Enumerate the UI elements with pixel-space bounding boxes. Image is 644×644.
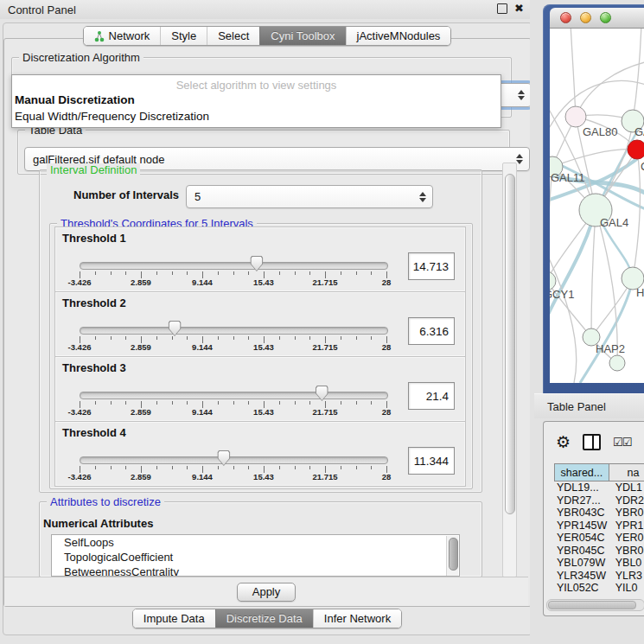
table-cell: YPR1 — [609, 520, 644, 532]
table-row[interactable]: YBR043CYBR0 — [554, 507, 644, 520]
bottom-node[interactable] — [609, 355, 625, 371]
table-row[interactable]: YDR27...YDR2 — [554, 494, 644, 507]
table-cell: YDR27... — [554, 494, 609, 507]
network-edge[interactable] — [633, 150, 641, 278]
threshold-value-field[interactable]: 11.344 — [408, 447, 455, 475]
tab-style[interactable]: Style — [160, 27, 207, 45]
screen: Control Panel ✖ NetworkStyleSelectCyni T… — [0, 0, 644, 644]
table-row[interactable]: YLR345WYLR3 — [554, 570, 644, 583]
interval-definition-title: Interval Definition — [47, 163, 140, 176]
threshold-value-field[interactable]: 14.713 — [408, 252, 455, 280]
tab-impute-data[interactable]: Impute Data — [133, 609, 215, 628]
table-cell: YIL052C — [554, 582, 609, 595]
attributes-list-scrollbar[interactable] — [446, 536, 458, 576]
network-edge[interactable] — [576, 61, 644, 117]
table-cell: YLR3 — [609, 570, 644, 583]
split-view-icon[interactable] — [583, 434, 601, 450]
table-cell: YPR145W — [554, 520, 609, 532]
tab-jactivemnodules[interactable]: jActiveMNodules — [346, 27, 451, 45]
control-panel-title: Control Panel — [0, 3, 76, 16]
network-edge[interactable] — [633, 29, 641, 121]
slider-tick-labels: -3.4262.8599.14415.4321.71528 — [80, 277, 386, 288]
table-panel: ⚙ ☑☑ shared...naYDL19...YDL1YDR27...YDR2… — [543, 421, 644, 616]
table-cell: YDL1 — [609, 481, 644, 494]
table-horizontal-scrollbar[interactable] — [546, 599, 644, 611]
table-cell: YER054C — [554, 532, 609, 545]
network-edge[interactable] — [550, 210, 596, 322]
tab-label: Style — [171, 29, 196, 42]
hscroll-thumb[interactable] — [548, 601, 636, 609]
table-cell: YBR045C — [554, 545, 609, 558]
discretization-algorithm-group-title: Discretization Algorithm — [19, 51, 143, 64]
node-label-hap2: HAP2 — [596, 342, 625, 355]
control-panel: Control Panel ✖ NetworkStyleSelectCyni T… — [0, 0, 534, 644]
algorithm-option-equal-width[interactable]: Equal Width/Frequency Discretization — [12, 108, 501, 124]
algorithm-option-manual[interactable]: Manual Discretization — [12, 92, 501, 108]
network-canvas[interactable]: GAL80GACGAL11GAL4GCY1HHAP2 — [550, 29, 644, 383]
attribute-items: SelfLoopsTopologicalCoefficientBetweenne… — [52, 535, 459, 577]
threshold-value-field[interactable]: 6.316 — [408, 317, 455, 345]
table-cell: YBR043C — [554, 507, 609, 520]
node-label-gcy1: GCY1 — [550, 288, 574, 301]
tab-infer-network[interactable]: Infer Network — [313, 609, 401, 628]
network-edge[interactable] — [591, 210, 596, 337]
table-row[interactable]: YPR145WYPR1 — [554, 520, 644, 532]
minimize-window-icon[interactable] — [580, 12, 591, 23]
node-attribute-table[interactable]: shared...naYDL19...YDL1YDR27...YDR2YBR04… — [554, 463, 644, 596]
zoom-window-icon[interactable] — [600, 12, 611, 23]
table-row[interactable]: YER054CYER0 — [554, 532, 644, 545]
threshold-slider-track[interactable] — [80, 456, 388, 464]
main-vertical-scrollbar[interactable] — [502, 163, 517, 577]
table-row[interactable]: YIL052CYIL0 — [554, 582, 644, 595]
selected-red-node[interactable] — [628, 140, 644, 159]
float-window-icon[interactable] — [497, 3, 507, 14]
table-cell: YIL0 — [609, 582, 644, 595]
threshold-slider-track[interactable] — [80, 327, 388, 335]
close-panel-icon[interactable]: ✖ — [514, 3, 524, 14]
threshold-value-field[interactable]: 21.4 — [408, 382, 455, 410]
network-edge[interactable] — [571, 29, 576, 117]
gear-icon[interactable]: ⚙ — [556, 434, 571, 450]
tab-cyni-toolbox[interactable]: Cyni Toolbox — [259, 27, 345, 45]
threshold-label: Threshold 3 — [62, 361, 126, 374]
table-panel-toolbar: ⚙ ☑☑ — [544, 422, 644, 462]
threshold-slider-track[interactable] — [80, 392, 388, 399]
node-label-h: H — [636, 286, 644, 299]
tab-label: Discretize Data — [226, 612, 303, 625]
tab-select[interactable]: Select — [207, 27, 259, 45]
attribute-list-item[interactable]: BetweennessCentrality — [52, 564, 459, 577]
scrollbar-thumb[interactable] — [505, 174, 515, 514]
attribute-list-item[interactable]: TopologicalCoefficient — [52, 550, 459, 564]
column-checkboxes-icon[interactable]: ☑☑ — [613, 436, 631, 449]
table-cell: YDL19... — [554, 481, 609, 494]
column-header-0[interactable]: shared... — [554, 463, 609, 481]
table-cell: YDR2 — [609, 494, 644, 507]
column-header-1[interactable]: na — [609, 463, 644, 481]
numerical-attributes-list[interactable]: SelfLoopsTopologicalCoefficientBetweenne… — [51, 534, 460, 577]
algorithm-placeholder: Select algorithm to view settings — [12, 75, 501, 92]
attribute-list-item[interactable]: SelfLoops — [52, 535, 459, 550]
apply-button[interactable]: Apply — [237, 583, 296, 602]
number-of-intervals-label: Number of Intervals — [73, 188, 179, 201]
tab-network[interactable]: Network — [84, 27, 161, 45]
table-row[interactable]: YBL079WYBL0 — [554, 557, 644, 570]
gal80-node[interactable] — [565, 106, 586, 127]
combo-stepper-icon — [518, 90, 525, 100]
number-of-intervals-combo[interactable]: 5 — [186, 185, 433, 208]
close-window-icon[interactable] — [560, 12, 571, 23]
tab-label: Network — [109, 29, 150, 42]
tab-label: Infer Network — [324, 612, 391, 625]
table-cell: YBL0 — [609, 557, 644, 570]
table-cell: YBR0 — [609, 507, 644, 520]
threshold-slider-track[interactable] — [80, 262, 388, 270]
threshold-label: Threshold 4 — [62, 426, 126, 439]
network-edge[interactable] — [552, 150, 637, 167]
number-of-intervals-value: 5 — [194, 190, 201, 203]
tab-discretize-data[interactable]: Discretize Data — [215, 609, 313, 628]
node-label-gal11: GAL11 — [551, 171, 585, 184]
table-row[interactable]: YBR045CYBR0 — [554, 545, 644, 558]
combo-stepper-icon — [516, 154, 523, 164]
network-view-window[interactable]: GAL80GACGAL11GAL4GCY1HHAP2 — [543, 4, 644, 393]
table-cell: YLR345W — [554, 570, 609, 583]
table-row[interactable]: YDL19...YDL1 — [554, 481, 644, 494]
